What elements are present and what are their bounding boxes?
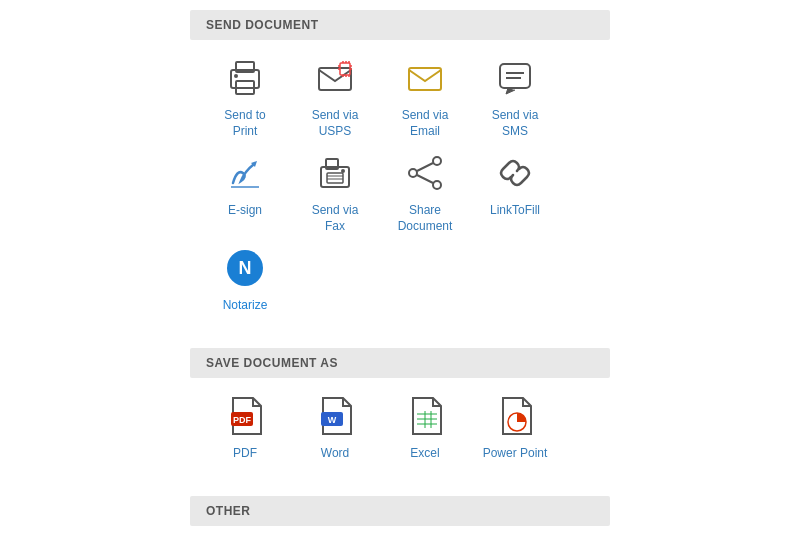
send-via-sms-item[interactable]: Send viaSMS — [470, 54, 560, 139]
send-to-print-item[interactable]: Send toPrint — [200, 54, 290, 139]
send-via-sms-icon — [491, 54, 539, 102]
save-document-section: SAVE DOCUMENT AS PDF PDF — [190, 348, 610, 486]
notarize-label: Notarize — [223, 298, 268, 314]
svg-point-3 — [234, 74, 238, 78]
main-container: SEND DOCUMENT Send toPrint — [190, 10, 610, 538]
svg-point-14 — [341, 169, 345, 173]
other-section: OTHER Back to Edit — [190, 496, 610, 538]
svg-rect-13 — [327, 173, 343, 183]
send-via-email-item[interactable]: Send viaEmail — [380, 54, 470, 139]
share-document-item[interactable]: ShareDocument — [380, 149, 470, 234]
svg-rect-7 — [500, 64, 530, 88]
save-word-item[interactable]: W Word — [290, 392, 380, 462]
send-via-usps-icon — [311, 54, 359, 102]
save-pdf-icon: PDF — [221, 392, 269, 440]
svg-text:PDF: PDF — [233, 415, 252, 425]
save-document-header: SAVE DOCUMENT AS — [190, 348, 610, 378]
notarize-icon: N — [221, 244, 269, 292]
send-via-fax-icon — [311, 149, 359, 197]
send-via-usps-label: Send viaUSPS — [312, 108, 359, 139]
svg-rect-6 — [409, 68, 441, 90]
svg-line-20 — [417, 163, 433, 171]
save-excel-icon — [401, 392, 449, 440]
send-document-header: SEND DOCUMENT — [190, 10, 610, 40]
svg-point-18 — [433, 181, 441, 189]
e-sign-item[interactable]: E-sign — [200, 149, 290, 234]
link-to-fill-label: LinkToFill — [490, 203, 540, 219]
notarize-item[interactable]: N Notarize — [200, 244, 290, 314]
other-grid: Back to Edit DOCS Go toMyDocs — [190, 526, 610, 538]
svg-line-21 — [417, 175, 433, 183]
other-header: OTHER — [190, 496, 610, 526]
save-powerpoint-item[interactable]: Power Point — [470, 392, 560, 462]
e-sign-icon — [221, 149, 269, 197]
save-powerpoint-label: Power Point — [483, 446, 548, 462]
save-word-icon: W — [311, 392, 359, 440]
share-document-label: ShareDocument — [398, 203, 453, 234]
e-sign-label: E-sign — [228, 203, 262, 219]
send-via-email-label: Send viaEmail — [402, 108, 449, 139]
save-pdf-label: PDF — [233, 446, 257, 462]
send-to-print-icon — [221, 54, 269, 102]
svg-point-17 — [433, 157, 441, 165]
link-to-fill-item[interactable]: LinkToFill — [470, 149, 560, 234]
send-to-print-label: Send toPrint — [224, 108, 265, 139]
share-document-icon — [401, 149, 449, 197]
save-excel-item[interactable]: Excel — [380, 392, 470, 462]
svg-text:W: W — [328, 415, 337, 425]
save-pdf-item[interactable]: PDF PDF — [200, 392, 290, 462]
link-to-fill-icon — [491, 149, 539, 197]
save-powerpoint-icon — [491, 392, 539, 440]
send-via-fax-item[interactable]: Send viaFax — [290, 149, 380, 234]
send-document-grid: Send toPrint Send viaUSPS — [190, 40, 610, 338]
send-via-email-icon — [401, 54, 449, 102]
send-via-sms-label: Send viaSMS — [492, 108, 539, 139]
svg-text:N: N — [239, 258, 252, 278]
svg-point-19 — [409, 169, 417, 177]
send-via-usps-item[interactable]: Send viaUSPS — [290, 54, 380, 139]
send-document-section: SEND DOCUMENT Send toPrint — [190, 10, 610, 338]
save-excel-label: Excel — [410, 446, 439, 462]
save-word-label: Word — [321, 446, 349, 462]
save-document-grid: PDF PDF W Word — [190, 378, 610, 486]
send-via-fax-label: Send viaFax — [312, 203, 359, 234]
svg-rect-4 — [319, 68, 351, 90]
